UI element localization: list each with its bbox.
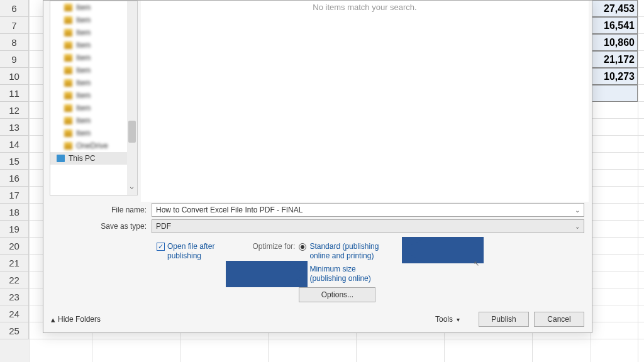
data-cell[interactable]: 10,273 — [591, 68, 638, 85]
this-pc-item[interactable]: This PC — [50, 152, 137, 165]
row-header[interactable]: 21 — [0, 255, 29, 272]
optimize-standard-radio-row[interactable]: Standard (publishing online and printing… — [299, 242, 379, 261]
folder-icon — [64, 79, 72, 87]
save-as-type-select[interactable]: PDF ⌄ — [152, 219, 584, 233]
row-header[interactable]: 16 — [0, 170, 29, 187]
this-pc-label: This PC — [69, 154, 96, 163]
nav-tree-item[interactable]: Item — [50, 52, 137, 64]
nav-item-label: OneDrive — [76, 141, 108, 150]
hide-folders-label: Hide Folders — [58, 315, 101, 324]
row-header[interactable]: 11 — [0, 85, 29, 102]
save-as-dialog: ItemItemItemItemItemItemItemItemItemItem… — [43, 0, 592, 333]
save-as-type-value: PDF — [156, 222, 171, 231]
nav-item-label: Item — [76, 16, 91, 25]
standard-radio[interactable] — [299, 243, 306, 251]
annotation-arrow-right — [402, 237, 484, 263]
open-after-checkbox[interactable] — [157, 243, 165, 251]
annotation-arrow-left — [226, 261, 308, 287]
nav-item-label: Item — [76, 3, 91, 12]
file-name-value: How to Convert Excel File Into PDF - FIN… — [156, 206, 303, 214]
dialog-upper: ItemItemItemItemItemItemItemItemItemItem… — [43, 1, 592, 202]
options-button[interactable]: Options... — [299, 287, 375, 302]
nav-item-label: Item — [76, 104, 91, 112]
nav-tree-item[interactable]: Item — [50, 1, 137, 14]
cancel-button[interactable]: Cancel — [534, 312, 584, 327]
save-as-type-label: Save as type: — [51, 222, 152, 231]
file-name-label: File name: — [51, 206, 152, 214]
folder-icon — [64, 142, 72, 150]
row-header[interactable]: 18 — [0, 204, 29, 221]
row-header[interactable]: 20 — [0, 238, 29, 255]
folder-icon — [64, 54, 72, 62]
nav-item-label: Item — [76, 129, 91, 138]
dialog-form-area: File name: How to Convert Excel File Int… — [43, 202, 592, 305]
nav-tree-item[interactable]: Item — [50, 64, 137, 77]
folder-icon — [64, 67, 72, 74]
folder-icon — [64, 129, 72, 137]
data-cell[interactable]: 10,860 — [591, 34, 638, 51]
data-cell[interactable]: 27,453 — [591, 0, 638, 17]
nav-item-label: Item — [76, 91, 91, 100]
nav-item-label: Item — [76, 41, 91, 50]
nav-tree-item[interactable]: Item — [50, 77, 137, 89]
folder-icon — [64, 104, 72, 112]
folder-icon — [64, 41, 72, 49]
standard-radio-label: Standard (publishing online and printing… — [309, 242, 379, 261]
data-cell[interactable]: 16,541 — [591, 17, 638, 34]
row-header[interactable]: 23 — [0, 288, 29, 305]
row-header[interactable]: 12 — [0, 102, 29, 119]
chevron-down-icon[interactable]: ⌄ — [575, 207, 580, 214]
file-name-input[interactable]: How to Convert Excel File Into PDF - FIN… — [152, 203, 584, 217]
nav-item-label: Item — [76, 53, 91, 62]
chevron-down-icon[interactable]: ⌄ — [575, 223, 580, 230]
empty-message: No items match your search. — [141, 1, 589, 12]
row-header[interactable]: 8 — [0, 34, 29, 51]
row-header[interactable]: 17 — [0, 187, 29, 204]
row-header[interactable]: 25 — [0, 322, 29, 339]
nav-item-label: Item — [76, 66, 91, 75]
minimum-radio-label: Minimum size (publishing online) — [309, 265, 370, 283]
folder-icon — [64, 29, 72, 36]
tools-dropdown[interactable]: Tools — [430, 312, 465, 326]
nav-tree-item[interactable]: Item — [50, 89, 137, 102]
open-after-label: Open file after publishing — [167, 242, 214, 261]
row-header[interactable]: 9 — [0, 51, 29, 68]
navigation-tree[interactable]: ItemItemItemItemItemItemItemItemItemItem… — [50, 1, 138, 195]
row-header[interactable]: 6 — [0, 0, 29, 17]
data-cell[interactable]: 21,172 — [591, 51, 638, 68]
nav-tree-item[interactable]: Item — [50, 114, 137, 127]
folder-icon — [64, 92, 72, 99]
row-header[interactable]: 19 — [0, 221, 29, 238]
optimize-for-label: Optimize for: — [252, 242, 295, 251]
row-header[interactable]: 22 — [0, 272, 29, 288]
publish-button[interactable]: Publish — [479, 312, 529, 327]
dialog-footer: Hide Folders Tools Publish Cancel — [43, 306, 592, 332]
computer-icon — [57, 155, 65, 162]
folder-icon — [64, 16, 72, 24]
row-header[interactable]: 10 — [0, 68, 29, 85]
nav-tree-item[interactable]: Item — [50, 14, 137, 26]
file-list-area[interactable]: No items match your search. — [141, 1, 589, 202]
nav-item-label: Item — [76, 28, 91, 37]
chevron-down-icon[interactable] — [128, 186, 136, 194]
nav-tree-item[interactable]: Item — [50, 26, 137, 39]
nav-tree-item[interactable]: OneDrive — [50, 140, 137, 152]
row-header[interactable]: 15 — [0, 153, 29, 170]
row-headers: 678910111213141516171819202122232425 — [0, 0, 29, 362]
tools-label: Tools — [435, 315, 453, 324]
folder-icon — [64, 117, 72, 124]
nav-tree-item[interactable]: Item — [50, 102, 137, 114]
row-header[interactable]: 13 — [0, 119, 29, 136]
nav-tree-item[interactable]: Item — [50, 39, 137, 52]
nav-item-label: Item — [76, 79, 91, 87]
data-cell-empty[interactable] — [591, 85, 638, 102]
optimize-minimum-radio-row[interactable]: Minimum size (publishing online) — [299, 265, 379, 283]
open-file-after-checkbox-row[interactable]: Open file after publishing — [157, 242, 214, 302]
nav-tree-item[interactable]: Item — [50, 127, 137, 140]
row-header[interactable]: 24 — [0, 305, 29, 322]
hide-folders-button[interactable]: Hide Folders — [51, 315, 101, 324]
row-header[interactable]: 7 — [0, 17, 29, 34]
nav-scrollbar[interactable] — [127, 1, 137, 195]
row-header[interactable]: 14 — [0, 136, 29, 153]
chevron-down-icon — [457, 315, 460, 324]
